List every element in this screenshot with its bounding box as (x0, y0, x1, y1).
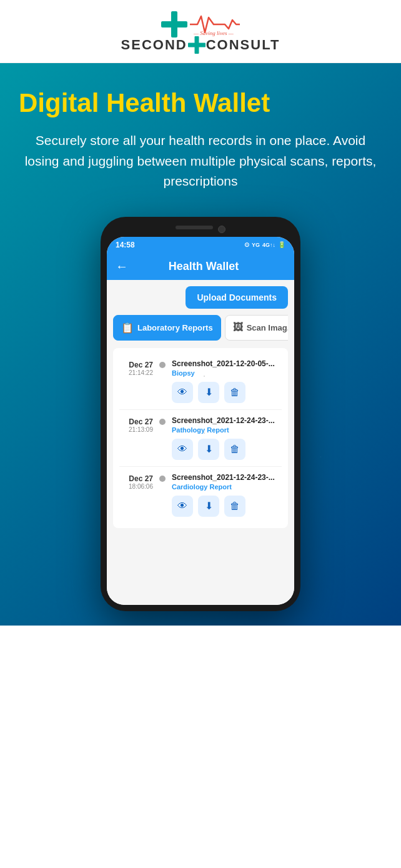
timeline-item: Dec 27 18:06:06 Screenshot_2021-12-24-23… (119, 467, 282, 523)
lab-icon: 📋 (121, 322, 134, 334)
delete-button-1[interactable]: 🗑 (224, 382, 245, 403)
download-button-3[interactable]: ⬇ (198, 496, 219, 517)
action-buttons-3: 👁 ⬇ 🗑 (172, 496, 282, 517)
upload-documents-button[interactable]: Upload Documents (186, 286, 288, 309)
page-header: — Saving lives — SECOND CONSULT (0, 0, 401, 63)
hero-title: Digital Health Wallet (19, 88, 382, 118)
record-date-label-1: Dec 27 (119, 361, 153, 369)
download-button-1[interactable]: ⬇ (198, 382, 219, 403)
phone-mockup: 14:58 ⊙ YG 4G↑↓ 🔋 ← Health Wallet (19, 217, 382, 611)
hero-subtitle: Securely store all your health records i… (19, 131, 382, 192)
alarm-icon: ⊙ (244, 241, 249, 248)
phone-notch (107, 226, 294, 233)
app-content: Upload Documents 📋 Laboratory Reports 🖼 … (107, 280, 294, 605)
phone-screen: 14:58 ⊙ YG 4G↑↓ 🔋 ← Health Wallet (107, 237, 294, 605)
phone-frame: 14:58 ⊙ YG 4G↑↓ 🔋 ← Health Wallet (101, 217, 300, 611)
back-button[interactable]: ← (116, 259, 128, 274)
record-date-label-3: Dec 27 (119, 474, 153, 483)
record-content-3: Screenshot_2021-12-24-23-... Cardiology … (172, 473, 282, 517)
record-date-3: Dec 27 18:06:06 (119, 473, 153, 490)
network-icon: YG (252, 242, 260, 248)
action-buttons-2: 👁 ⬇ 🗑 (172, 439, 282, 460)
status-time: 14:58 (116, 241, 135, 249)
tab-laboratory-reports[interactable]: 📋 Laboratory Reports (113, 315, 221, 341)
file-name-3: Screenshot_2021-12-24-23-... (172, 473, 282, 482)
phone-camera-icon (218, 226, 225, 233)
view-button-2[interactable]: 👁 (172, 439, 193, 460)
scan-icon: 🖼 (233, 322, 243, 333)
scan-tab-label: Scan Imag... (247, 323, 288, 332)
view-button-3[interactable]: 👁 (172, 496, 193, 517)
trash-icon: 🗑 (230, 444, 240, 455)
file-type-3: Cardiology Report (172, 483, 282, 491)
download-icon: ⬇ (205, 500, 213, 512)
delete-button-2[interactable]: 🗑 (224, 439, 245, 460)
file-type-2: Pathology Report (172, 426, 282, 434)
tab-scan-images[interactable]: 🖼 Scan Imag... (225, 315, 288, 341)
record-date-2: Dec 27 21:13:09 (119, 416, 153, 433)
timeline-item: Dec 27 21:14:22 Screenshot_2021-12-20-05… (119, 353, 282, 410)
signal-icon: 4G↑↓ (262, 242, 275, 248)
record-time-label-3: 18:06:06 (119, 483, 153, 490)
download-icon: ⬇ (205, 443, 213, 455)
logo-consult: CONSULT (206, 37, 280, 53)
records-timeline: Dec 27 21:14:22 Screenshot_2021-12-20-05… (113, 348, 288, 528)
file-name-2: Screenshot_2021-12-24-23-... (172, 416, 282, 425)
record-date-label-2: Dec 27 (119, 417, 153, 426)
record-date-1: Dec 27 21:14:22 (119, 359, 153, 376)
record-content-1: Screenshot_2021-12-20-05-... Biopsy 👁 ⬇ (172, 359, 282, 403)
trash-icon: 🗑 (230, 501, 240, 512)
status-bar: 14:58 ⊙ YG 4G↑↓ 🔋 (107, 237, 294, 253)
download-button-2[interactable]: ⬇ (198, 439, 219, 460)
download-icon: ⬇ (205, 386, 213, 398)
record-time-label-1: 21:14:22 (119, 369, 153, 376)
file-name-1: Screenshot_2021-12-20-05-... (172, 359, 282, 368)
record-time-label-2: 21:13:09 (119, 426, 153, 433)
timeline-line-2 (204, 432, 205, 434)
svg-text:— Saving lives —: — Saving lives — (193, 30, 234, 36)
category-tabs: 📋 Laboratory Reports 🖼 Scan Imag... (113, 315, 288, 341)
eye-icon: 👁 (177, 387, 187, 398)
status-icons: ⊙ YG 4G↑↓ 🔋 (244, 241, 285, 248)
app-title: Health Wallet (134, 260, 273, 273)
upload-btn-row: Upload Documents (113, 286, 288, 309)
battery-icon: 🔋 (278, 241, 285, 248)
lab-tab-label: Laboratory Reports (137, 323, 213, 332)
logo-second: SECOND (121, 37, 187, 53)
action-buttons-1: 👁 ⬇ 🗑 (172, 382, 282, 403)
timeline-dot-1 (159, 362, 166, 368)
timeline-item: Dec 27 21:13:09 Screenshot_2021-12-24-23… (119, 410, 282, 467)
timeline-dot-3 (159, 476, 166, 482)
file-type-1: Biopsy (172, 369, 282, 377)
ecg-icon: — Saving lives — (190, 11, 240, 37)
timeline-dot-2 (159, 419, 166, 425)
eye-icon: 👁 (177, 444, 187, 455)
trash-icon: 🗑 (230, 387, 240, 398)
delete-button-3[interactable]: 🗑 (224, 496, 245, 517)
app-header: ← Health Wallet (107, 253, 294, 280)
record-content-2: Screenshot_2021-12-24-23-... Pathology R… (172, 416, 282, 460)
view-button-1[interactable]: 👁 (172, 382, 193, 403)
hero-section: Digital Health Wallet Securely store all… (0, 63, 401, 626)
eye-icon: 👁 (177, 501, 187, 512)
timeline-line-1 (204, 376, 205, 377)
logo: — Saving lives — SECOND CONSULT (121, 11, 280, 54)
